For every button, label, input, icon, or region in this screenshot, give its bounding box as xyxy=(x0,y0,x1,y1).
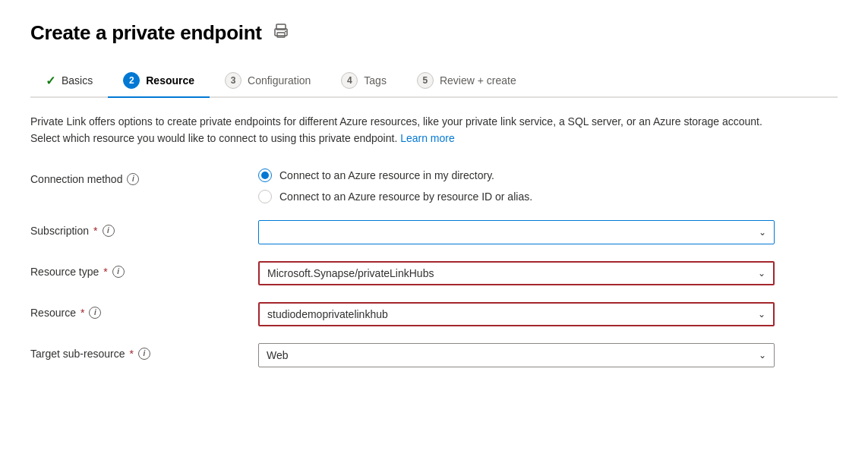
resource-label-col: Resource * i xyxy=(30,302,243,319)
page-description: Private Link offers options to create pr… xyxy=(30,113,775,147)
subscription-info-icon[interactable]: i xyxy=(103,225,115,237)
radio-group: Connect to an Azure resource in my direc… xyxy=(258,169,775,203)
tab-resource[interactable]: 2 Resource xyxy=(108,66,210,96)
connection-method-info-icon[interactable]: i xyxy=(127,173,139,185)
tab-review-label: Review + create xyxy=(440,74,516,87)
subscription-required: * xyxy=(93,225,97,237)
resource-dropdown[interactable]: studiodemoprivatelinkhub ⌄ xyxy=(258,302,775,326)
svg-rect-2 xyxy=(277,33,285,37)
page-title: Create a private endpoint xyxy=(30,21,262,45)
target-sub-resource-label-col: Target sub-resource * i xyxy=(30,343,243,360)
target-sub-resource-info-icon[interactable]: i xyxy=(138,348,150,360)
resource-type-control: Microsoft.Synapse/privateLinkHubs ⌄ xyxy=(258,261,775,285)
resource-info-icon[interactable]: i xyxy=(89,307,101,319)
target-sub-resource-row: Target sub-resource * i Web ⌄ xyxy=(30,343,838,367)
tab-configuration[interactable]: 3 Configuration xyxy=(210,66,326,96)
resource-dropdown-arrow: ⌄ xyxy=(758,309,765,320)
radio-option-resource-id[interactable]: Connect to an Azure resource by resource… xyxy=(258,190,775,203)
connection-method-label: Connection method xyxy=(30,173,122,185)
tab-tags[interactable]: 4 Tags xyxy=(326,66,402,96)
print-icon[interactable] xyxy=(273,23,289,43)
radio-label-directory: Connect to an Azure resource in my direc… xyxy=(279,169,494,181)
connection-method-row: Connection method i Connect to an Azure … xyxy=(30,169,838,203)
description-text: Private Link offers options to create pr… xyxy=(30,115,762,144)
target-sub-resource-label: Target sub-resource xyxy=(30,348,125,360)
connection-method-options: Connect to an Azure resource in my direc… xyxy=(258,169,775,203)
target-sub-resource-dropdown-arrow: ⌄ xyxy=(759,350,766,361)
svg-point-3 xyxy=(285,31,286,33)
radio-option-directory[interactable]: Connect to an Azure resource in my direc… xyxy=(258,169,775,182)
resource-type-value: Microsoft.Synapse/privateLinkHubs xyxy=(267,267,758,279)
connection-method-label-col: Connection method i xyxy=(30,169,243,185)
tab-basics-label: Basics xyxy=(62,74,93,87)
subscription-dropdown-arrow: ⌄ xyxy=(759,227,766,238)
tab-configuration-label: Configuration xyxy=(248,74,311,87)
subscription-label-col: Subscription * i xyxy=(30,220,243,237)
resource-control: studiodemoprivatelinkhub ⌄ xyxy=(258,302,775,326)
resource-type-info-icon[interactable]: i xyxy=(112,266,125,278)
resource-row: Resource * i studiodemoprivatelinkhub ⌄ xyxy=(30,302,838,326)
resource-label: Resource xyxy=(30,307,76,319)
radio-circle-resource-id xyxy=(258,190,272,203)
resource-required: * xyxy=(80,307,84,319)
resource-type-row: Resource type * i Microsoft.Synapse/priv… xyxy=(30,261,838,285)
target-sub-resource-dropdown[interactable]: Web ⌄ xyxy=(258,343,775,367)
radio-circle-directory xyxy=(258,169,272,182)
radio-dot-directory xyxy=(261,172,269,179)
resource-type-label: Resource type xyxy=(30,266,99,278)
subscription-control: ⌄ xyxy=(258,220,775,244)
tab-review-badge: 5 xyxy=(417,72,434,89)
tab-review-create[interactable]: 5 Review + create xyxy=(402,66,532,96)
subscription-row: Subscription * i ⌄ xyxy=(30,220,838,244)
tab-check-icon: ✓ xyxy=(46,74,55,88)
resource-value: studiodemoprivatelinkhub xyxy=(267,308,758,320)
tab-tags-label: Tags xyxy=(364,74,387,87)
subscription-dropdown[interactable]: ⌄ xyxy=(258,220,775,244)
tab-basics[interactable]: ✓ Basics xyxy=(30,68,108,96)
target-sub-resource-required: * xyxy=(130,348,134,360)
resource-type-dropdown-arrow: ⌄ xyxy=(758,268,765,279)
target-sub-resource-control: Web ⌄ xyxy=(258,343,775,367)
tab-resource-badge: 2 xyxy=(123,72,140,89)
learn-more-link[interactable]: Learn more xyxy=(400,132,455,144)
resource-type-required: * xyxy=(103,266,107,278)
subscription-label: Subscription xyxy=(30,225,89,237)
resource-type-dropdown[interactable]: Microsoft.Synapse/privateLinkHubs ⌄ xyxy=(258,261,775,285)
resource-type-label-col: Resource type * i xyxy=(30,261,243,278)
tab-tags-badge: 4 xyxy=(341,72,358,89)
radio-label-resource-id: Connect to an Azure resource by resource… xyxy=(279,191,532,203)
tabs-nav: ✓ Basics 2 Resource 3 Configuration 4 Ta… xyxy=(30,66,838,98)
target-sub-resource-value: Web xyxy=(267,349,759,361)
tab-resource-label: Resource xyxy=(146,74,194,87)
page-header: Create a private endpoint xyxy=(30,21,838,45)
resource-form: Connection method i Connect to an Azure … xyxy=(30,169,838,367)
tab-configuration-badge: 3 xyxy=(225,72,241,89)
